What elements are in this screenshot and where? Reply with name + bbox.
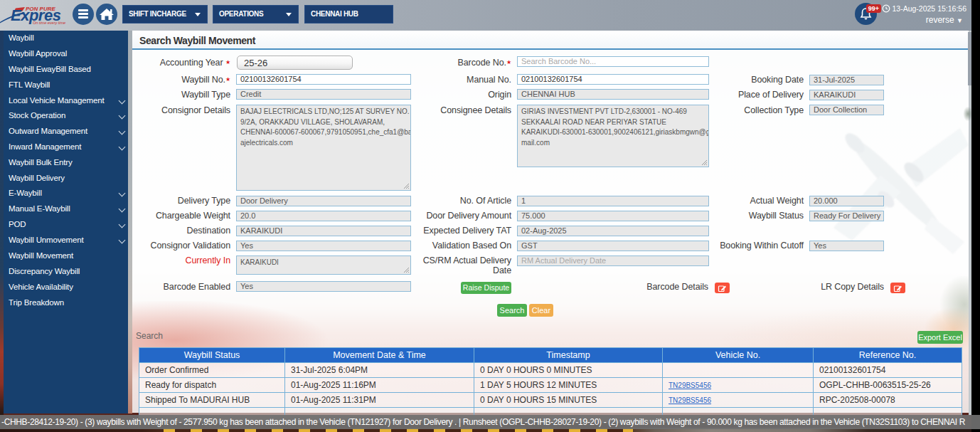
svg-text:On time every time: On time every time (33, 21, 65, 25)
